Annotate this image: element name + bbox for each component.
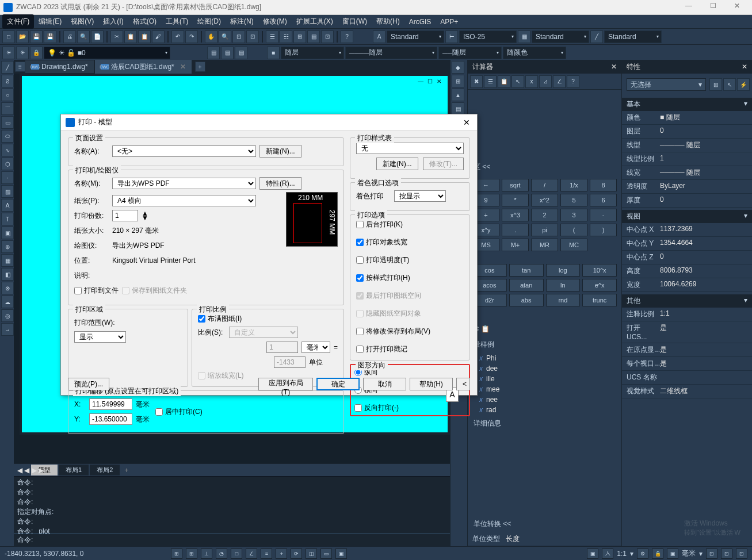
polygon-icon[interactable]: ⬡ [1, 158, 14, 170]
range-select[interactable]: 显示 [74, 331, 126, 343]
opt8-checkbox[interactable] [356, 346, 364, 353]
calc-paste-icon[interactable]: 📋 [498, 75, 510, 88]
dim-style-icon[interactable]: ⊢ [445, 30, 458, 43]
calc-clear-icon[interactable]: ✖ [470, 75, 483, 88]
save-icon[interactable]: 💾 [30, 30, 43, 43]
clean-icon[interactable]: ⊡ [321, 30, 334, 43]
opt2-checkbox[interactable] [356, 239, 364, 246]
arc-icon[interactable]: ⌒ [1, 102, 14, 115]
close-button[interactable]: ✕ [726, 2, 749, 13]
calc-key[interactable]: tan [509, 264, 544, 277]
layer-combo[interactable]: 💡☀ 🔓 ■ 0 [44, 47, 170, 59]
table-style-icon[interactable]: ▦ [518, 30, 530, 43]
calc-key[interactable]: abs [509, 294, 544, 306]
hw-icon[interactable]: ⊡ [706, 549, 717, 559]
menu-insert[interactable]: 插入(I) [98, 14, 128, 29]
tool-icon[interactable]: ⊞ [293, 30, 306, 43]
calc-key[interactable]: ln [546, 279, 581, 291]
max-icon[interactable]: ⊡ [736, 549, 747, 559]
menu-app[interactable]: APP+ [436, 16, 463, 28]
preview-button[interactable]: 预览(P)... [68, 378, 109, 390]
plotstyle-select[interactable]: 无 [356, 143, 464, 154]
print-icon[interactable]: 🖨 [63, 30, 76, 43]
calc-hist-icon[interactable]: ☰ [484, 75, 497, 88]
property-row[interactable]: 打开 UCS...是 [622, 321, 752, 343]
calc-key[interactable]: atan [509, 279, 544, 291]
reverse-checkbox[interactable] [354, 404, 362, 412]
dialog-close-icon[interactable]: ✕ [461, 118, 472, 127]
calc-collapse[interactable]: 区 << [468, 159, 621, 175]
text-style-icon[interactable]: A [373, 30, 385, 43]
qp-icon[interactable]: ▭ [320, 549, 332, 559]
panel-close-icon[interactable]: ✕ [611, 63, 617, 71]
units-display[interactable]: 毫米 [682, 549, 696, 558]
calc-key[interactable]: * [502, 194, 529, 206]
layer3-icon[interactable]: 🔒 [30, 47, 43, 59]
calc-pick-icon[interactable]: ↖ [511, 75, 524, 88]
otrack-icon[interactable]: ∠ [246, 549, 257, 559]
clean-icon[interactable]: ⊡ [721, 549, 732, 559]
section-basic[interactable]: 基本 [627, 99, 640, 109]
menu-format[interactable]: 格式(O) [128, 14, 161, 29]
new-pagesetup-button[interactable]: 新建(N)... [259, 145, 301, 158]
menu-draw[interactable]: 绘图(D) [193, 14, 226, 29]
color-combo[interactable]: 随层 [281, 47, 344, 59]
calc-key[interactable]: 5 [560, 194, 587, 206]
lock-icon[interactable]: 🔒 [652, 549, 663, 559]
property-row[interactable]: 线型───── 随层 [622, 139, 752, 152]
addlayout-icon[interactable]: + [124, 466, 128, 474]
property-row[interactable]: 高度8006.8793 [622, 264, 752, 278]
menu-help[interactable]: 帮助(H) [372, 14, 404, 29]
mleader-style-icon[interactable]: ╱ [590, 30, 603, 43]
calc-key[interactable]: sqrt [502, 179, 529, 191]
zoom-icon[interactable]: 🔍 [219, 30, 231, 43]
layeroff-icon[interactable]: ▤ [221, 47, 234, 59]
calc-key[interactable]: 8 [590, 179, 617, 191]
command-input[interactable]: 命令: [14, 534, 450, 546]
preview-icon[interactable]: 🔍 [77, 30, 90, 43]
opt7-checkbox[interactable] [356, 328, 364, 335]
menu-file[interactable]: 文件(F) [2, 14, 34, 29]
insert-icon[interactable]: ⊕ [1, 240, 14, 253]
calc-key[interactable]: . [502, 224, 529, 236]
calc-key[interactable]: ) [590, 224, 617, 236]
color-icon[interactable]: ■ [267, 47, 280, 59]
ok-button[interactable]: 确定 [316, 378, 360, 390]
pline-icon[interactable]: Ƨ [1, 75, 14, 87]
section-other[interactable]: 其他 [627, 296, 640, 306]
opt3-checkbox[interactable] [356, 256, 364, 264]
vp-max-icon[interactable]: ☐ [426, 78, 434, 86]
donut-icon[interactable]: ◎ [1, 309, 14, 322]
menu-window[interactable]: 窗口(W) [338, 14, 372, 29]
var-item[interactable]: xnee [468, 394, 621, 405]
property-row[interactable]: UCS 名称 [622, 371, 752, 385]
vp-close-icon[interactable]: ✕ [435, 78, 443, 86]
var-item[interactable]: xmee [468, 384, 621, 394]
publish-icon[interactable]: 📄 [91, 30, 104, 43]
tablist-icon[interactable]: ≡ [15, 62, 25, 72]
property-row[interactable]: 颜色■ 随层 [622, 111, 752, 125]
calc-key[interactable]: M+ [502, 239, 529, 251]
calc-key[interactable]: / [531, 179, 558, 191]
pickadd-icon[interactable]: ⊞ [709, 78, 722, 91]
vp-min-icon[interactable]: — [417, 78, 425, 86]
property-row[interactable]: 线宽───── 随层 [622, 166, 752, 180]
calc-var-icon[interactable]: x [525, 75, 538, 88]
zoomwin-icon[interactable]: ⊡ [232, 30, 245, 43]
calc-key[interactable]: e^x [582, 279, 617, 291]
fit-checkbox[interactable] [198, 315, 205, 323]
ortho-icon[interactable]: ⊥ [201, 549, 212, 559]
pagesetup-select[interactable]: <无> [112, 145, 256, 157]
calc-key[interactable]: x^2 [531, 194, 558, 206]
cut-icon[interactable]: ✂ [110, 30, 123, 43]
selection-combo[interactable]: 无选择▾ [627, 78, 706, 91]
paste-icon[interactable]: 📋 [138, 30, 151, 43]
center-checkbox[interactable] [155, 408, 163, 416]
property-row[interactable]: 厚度0 [622, 194, 752, 208]
sc-icon[interactable]: ▣ [335, 549, 347, 559]
var-item[interactable]: xrad [468, 405, 621, 415]
maximize-button[interactable]: ☐ [701, 2, 724, 13]
spline-icon[interactable]: ∿ [1, 144, 14, 156]
property-row[interactable]: 每个视口...是 [622, 357, 752, 371]
menu-modify[interactable]: 修改(M) [258, 14, 292, 29]
